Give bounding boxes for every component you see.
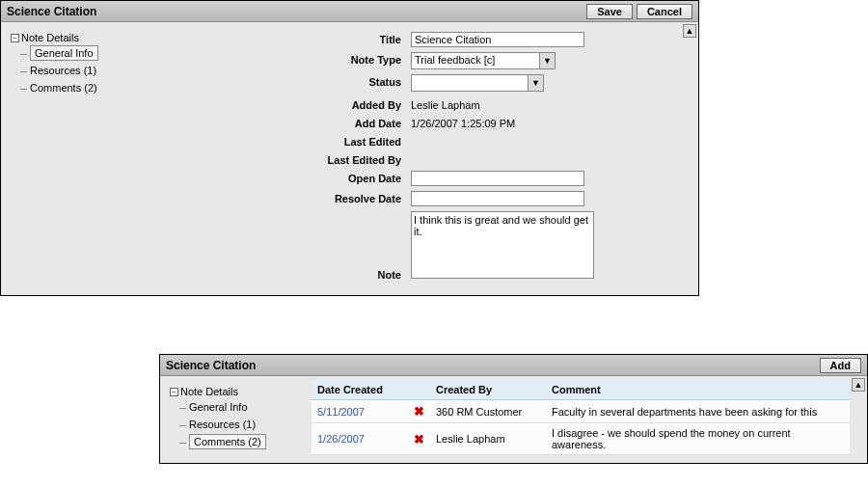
cell-created-by: Leslie Lapham	[430, 423, 546, 455]
added-by-value: Leslie Lapham	[411, 97, 480, 111]
label-title: Title	[160, 32, 411, 45]
sidebar-item-resources[interactable]: Resources (1)	[179, 417, 306, 432]
col-comment: Comment	[546, 380, 850, 400]
cancel-button[interactable]: Cancel	[637, 4, 692, 19]
chevron-down-icon: ▼	[528, 75, 543, 91]
cell-date[interactable]: 5/11/2007	[312, 400, 408, 423]
delete-icon[interactable]: ✖	[414, 432, 424, 446]
sidebar-item-label: Resources (1)	[189, 419, 256, 430]
window-titlebar: Science Citation Save Cancel	[1, 1, 698, 22]
scroll-up-icon[interactable]: ▲	[683, 24, 696, 38]
note-textarea[interactable]	[411, 211, 594, 279]
label-note: Note	[160, 213, 411, 281]
label-added-by: Added By	[160, 97, 411, 111]
title-input[interactable]	[411, 32, 584, 47]
cell-comment: Faculty in several departments have been…	[546, 400, 850, 423]
sidebar-item-comments[interactable]: Comments (2)	[20, 80, 147, 95]
open-date-input[interactable]	[411, 171, 584, 186]
resolve-date-input[interactable]	[411, 191, 584, 206]
label-status: Status	[160, 74, 411, 88]
note-type-select[interactable]: Trial feedback [c] ▼	[411, 52, 556, 69]
sidebar-item-label: Comments (2)	[30, 82, 97, 94]
sidebar-item-label: General Info	[189, 401, 248, 413]
sidebar-tree-2: − Note Details General Info Resources (1…	[160, 376, 310, 463]
delete-icon[interactable]: ✖	[414, 404, 424, 419]
sidebar-item-comments[interactable]: Comments (2)	[179, 434, 306, 449]
table-row: 1/26/2007 ✖ Leslie Lapham I disagree - w…	[312, 423, 850, 455]
tree-collapse-icon[interactable]: −	[11, 34, 19, 42]
sidebar-item-resources[interactable]: Resources (1)	[20, 63, 147, 78]
col-delete	[408, 380, 430, 400]
label-last-edited: Last Edited	[160, 134, 411, 148]
form-panel: Title Note Type Trial feedback [c] ▼ Sta…	[150, 22, 698, 295]
sidebar-item-label: Resources (1)	[30, 65, 96, 76]
tree-root-label: Note Details	[180, 386, 238, 397]
table-row: 5/11/2007 ✖ 360 RM Customer Faculty in s…	[312, 400, 850, 423]
comments-panel: Date Created Created By Comment 5/11/200…	[310, 376, 867, 463]
status-value	[412, 75, 528, 91]
cell-date[interactable]: 1/26/2007	[312, 423, 408, 455]
label-add-date: Add Date	[160, 116, 411, 129]
label-resolve-date: Resolve Date	[160, 191, 411, 204]
window2-titlebar: Science Citation Add	[160, 355, 867, 376]
tree-root-label: Note Details	[21, 32, 79, 43]
label-open-date: Open Date	[160, 171, 411, 184]
status-select[interactable]: ▼	[411, 74, 544, 92]
save-button[interactable]: Save	[586, 4, 633, 19]
sidebar-item-label: Comments (2)	[189, 434, 266, 449]
col-created-by: Created By	[430, 380, 546, 400]
note-type-value: Trial feedback [c]	[412, 53, 539, 68]
cell-comment: I disagree - we should spend the money o…	[546, 423, 850, 455]
sidebar-item-label: General Info	[30, 45, 98, 61]
add-date-value: 1/26/2007 1:25:09 PM	[411, 116, 515, 129]
add-button[interactable]: Add	[820, 358, 861, 373]
comments-table: Date Created Created By Comment 5/11/200…	[312, 380, 850, 455]
chevron-down-icon: ▼	[539, 53, 555, 68]
label-note-type: Note Type	[160, 52, 411, 66]
window2-title: Science Citation	[166, 359, 256, 372]
sidebar-tree: − Note Details General Info Resources (1…	[1, 22, 150, 295]
col-date-created: Date Created	[312, 380, 408, 400]
label-last-edited-by: Last Edited By	[160, 152, 411, 166]
cell-created-by: 360 RM Customer	[430, 400, 546, 423]
sidebar-item-general-info[interactable]: General Info	[179, 399, 306, 415]
window-title: Science Citation	[7, 5, 96, 18]
sidebar-item-general-info[interactable]: General Info	[20, 45, 147, 61]
tree-collapse-icon[interactable]: −	[170, 388, 178, 396]
